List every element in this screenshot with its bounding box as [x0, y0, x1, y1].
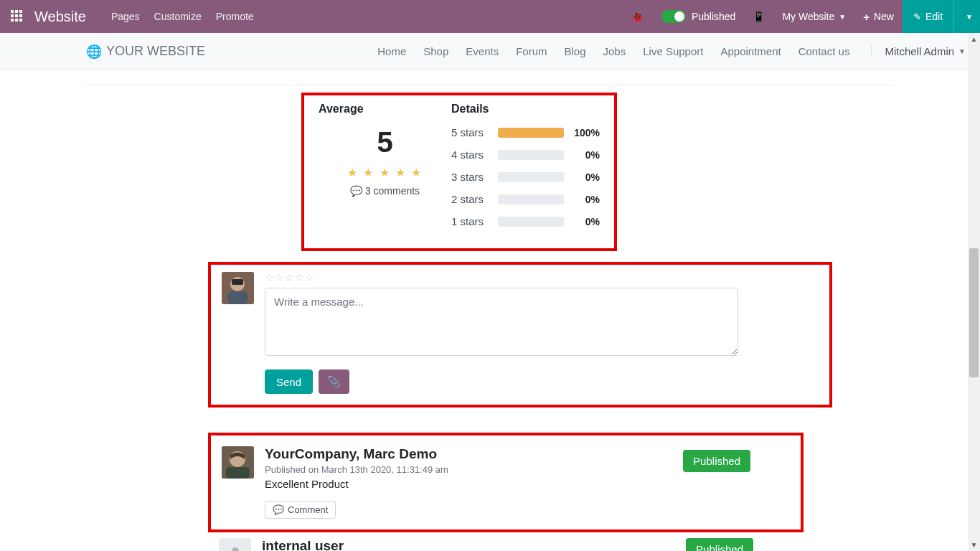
breakdown-percent: 0% — [571, 194, 600, 205]
comment-icon: 💬 — [273, 504, 284, 515]
rating-summary-box: Average 5 ★ ★ ★ ★ ★ 💬3 comments Details … — [301, 93, 617, 251]
menu-promote[interactable]: Promote — [216, 11, 254, 22]
rating-breakdown-row[interactable]: 1 stars0% — [451, 215, 600, 227]
nav-jobs[interactable]: Jobs — [603, 45, 626, 57]
user-dropdown[interactable]: Mitchell Admin▼ — [871, 45, 966, 57]
average-label: Average — [319, 103, 451, 116]
scroll-up-icon[interactable]: ▲ — [968, 33, 980, 45]
mobile-preview-icon[interactable]: 📱 — [744, 0, 773, 33]
new-button[interactable]: +New — [854, 0, 903, 33]
publish-toggle[interactable]: Published — [653, 0, 745, 33]
scroll-down-icon[interactable]: ▼ — [968, 539, 980, 551]
svg-rect-3 — [232, 279, 243, 285]
chevron-down-icon: ▼ — [958, 47, 966, 55]
breakdown-percent: 0% — [571, 171, 600, 183]
commenter-avatar — [219, 538, 251, 551]
comment-author: internal user — [262, 538, 344, 551]
average-value: 5 — [319, 126, 451, 159]
svg-point-7 — [232, 547, 239, 552]
reply-button[interactable]: 💬Comment — [265, 501, 336, 519]
comments-icon: 💬 — [350, 185, 362, 197]
nav-live-support[interactable]: Live Support — [643, 45, 703, 57]
menu-pages[interactable]: Pages — [111, 11, 140, 22]
plus-icon: + — [863, 11, 870, 23]
scrollbar[interactable]: ▲ ▼ — [968, 33, 980, 551]
paperclip-icon: 📎 — [327, 375, 341, 387]
breakdown-label: 1 stars — [451, 215, 491, 227]
edit-dropdown[interactable]: ▼ — [953, 0, 980, 33]
breakdown-bar — [498, 150, 564, 160]
rating-breakdown-row[interactable]: 3 stars0% — [451, 171, 600, 183]
my-website-dropdown[interactable]: My Website▼ — [773, 0, 854, 33]
breakdown-bar — [498, 172, 564, 182]
bug-icon[interactable]: 🐞 — [622, 0, 653, 33]
breakdown-percent: 0% — [571, 216, 600, 227]
details-label: Details — [451, 103, 600, 116]
divider — [86, 85, 894, 85]
chevron-down-icon: ▼ — [839, 13, 846, 21]
comment-item: Published internal user — [208, 538, 804, 551]
nav-forum[interactable]: Forum — [516, 45, 547, 57]
globe-icon: 🌐 — [86, 44, 102, 60]
message-textarea[interactable] — [265, 288, 738, 356]
average-stars: ★ ★ ★ ★ ★ — [319, 166, 451, 179]
breakdown-label: 2 stars — [451, 193, 491, 205]
nav-shop[interactable]: Shop — [423, 45, 448, 57]
apps-icon[interactable] — [11, 10, 24, 23]
nav-contact-us[interactable]: Contact us — [798, 45, 850, 57]
nav-home[interactable]: Home — [377, 45, 406, 57]
nav-blog[interactable]: Blog — [564, 45, 585, 57]
edit-group: ✎Edit ▼ — [903, 0, 980, 33]
published-badge[interactable]: Published — [686, 538, 753, 551]
attach-button[interactable]: 📎 — [319, 369, 349, 394]
chevron-down-icon: ▼ — [966, 13, 973, 21]
toggle-switch[interactable] — [661, 10, 686, 23]
breakdown-bar — [498, 128, 564, 138]
top-bar: Website Pages Customize Promote 🐞 Publis… — [0, 0, 980, 33]
breakdown-bar — [498, 194, 564, 204]
comments-count-link[interactable]: 💬3 comments — [319, 185, 451, 197]
edit-button[interactable]: ✎Edit — [903, 0, 953, 33]
pencil-icon: ✎ — [913, 11, 921, 22]
nav-appointment[interactable]: Appointment — [720, 45, 781, 57]
rating-input[interactable]: ☆☆☆☆☆ — [265, 272, 819, 283]
compose-box: ☆☆☆☆☆ Send 📎 — [208, 262, 832, 408]
content: Average 5 ★ ★ ★ ★ ★ 💬3 comments Details … — [0, 70, 980, 551]
breakdown-label: 5 stars — [451, 126, 491, 138]
commenter-avatar — [222, 446, 254, 479]
menu-customize[interactable]: Customize — [154, 11, 202, 22]
comment-text: Excellent Product — [265, 478, 790, 490]
scroll-thumb[interactable] — [969, 248, 979, 377]
published-label: Published — [692, 11, 736, 22]
published-badge[interactable]: Published — [683, 450, 750, 472]
svg-rect-2 — [227, 291, 248, 304]
send-button[interactable]: Send — [265, 369, 313, 394]
app-brand[interactable]: Website — [34, 9, 86, 25]
user-avatar — [222, 272, 254, 304]
site-nav: 🌐 YOUR WEBSITE Home Shop Events Forum Bl… — [0, 33, 980, 70]
nav-events[interactable]: Events — [466, 45, 499, 57]
breakdown-bar — [498, 217, 564, 227]
site-logo[interactable]: 🌐 YOUR WEBSITE — [86, 44, 205, 60]
breakdown-percent: 0% — [571, 149, 600, 161]
rating-breakdown-row[interactable]: 2 stars0% — [451, 193, 600, 205]
comment-item: Published YourCompany, Marc Demo Publish… — [208, 433, 804, 532]
svg-rect-6 — [226, 467, 250, 479]
breakdown-label: 4 stars — [451, 149, 491, 161]
breakdown-label: 3 stars — [451, 171, 491, 183]
rating-breakdown-row[interactable]: 4 stars0% — [451, 149, 600, 161]
breakdown-percent: 100% — [571, 127, 600, 138]
rating-breakdown-row[interactable]: 5 stars100% — [451, 126, 600, 138]
